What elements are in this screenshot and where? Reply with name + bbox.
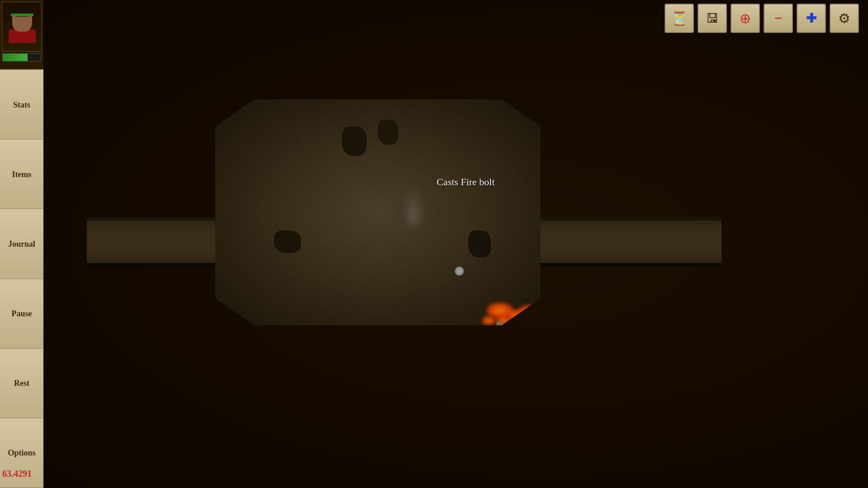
- item-orb: [455, 267, 464, 276]
- gold-value: 63.4291: [2, 469, 32, 479]
- game-viewport[interactable]: Casts Fire bolt: [43, 0, 868, 488]
- sidebar-item-stats[interactable]: Stats: [0, 70, 43, 140]
- save-icon: 🖫: [706, 11, 719, 26]
- health-bar-fill: [3, 54, 28, 61]
- gold-display: 63.4291: [2, 469, 32, 479]
- options-label: Options: [8, 448, 35, 458]
- rest-label: Rest: [14, 379, 29, 388]
- sidebar-item-rest[interactable]: Rest: [0, 349, 43, 418]
- action-text-value: Casts Fire bolt: [437, 176, 495, 188]
- wall-bottom-right: [541, 263, 722, 267]
- toolbar-btn-gear[interactable]: ⚙: [830, 4, 859, 33]
- rock-3: [468, 230, 491, 258]
- toolbar-btn-save[interactable]: 🖫: [698, 4, 727, 33]
- toolbar: ⏳ 🖫 ⊕ − ✚ ⚙: [665, 4, 859, 33]
- sidebar: Stats Items Journal Pause Rest Options 6…: [0, 0, 43, 488]
- char-face: [9, 5, 36, 43]
- combat-text: Casts Fire bolt: [437, 176, 495, 188]
- minus-icon: −: [774, 10, 782, 27]
- stats-label: Stats: [13, 100, 30, 110]
- toolbar-btn-target[interactable]: ⊕: [731, 4, 760, 33]
- gear-icon: ⚙: [838, 10, 850, 26]
- wall-top-right: [541, 217, 722, 221]
- toolbar-btn-plus[interactable]: ✚: [797, 4, 826, 33]
- portrait-area: [0, 0, 43, 70]
- items-label: Items: [12, 170, 32, 179]
- health-bar: [2, 53, 41, 61]
- dungeon-room: [215, 99, 541, 325]
- journal-label: Journal: [8, 239, 35, 249]
- sidebar-item-journal[interactable]: Journal: [0, 209, 43, 279]
- character-portrait: [2, 2, 42, 52]
- target-icon: ⊕: [740, 10, 751, 26]
- toolbar-btn-minus[interactable]: −: [764, 4, 793, 33]
- rock-1: [342, 127, 367, 156]
- plus-icon: ✚: [806, 11, 816, 26]
- char-headband: [11, 14, 33, 16]
- corridor-right: [541, 217, 722, 267]
- rock-2: [378, 120, 398, 145]
- pause-label: Pause: [12, 309, 32, 319]
- sidebar-item-pause[interactable]: Pause: [0, 279, 43, 349]
- sidebar-item-items[interactable]: Items: [0, 140, 43, 209]
- toolbar-btn-hourglass[interactable]: ⏳: [665, 4, 694, 33]
- smoke-2: [407, 185, 420, 226]
- rock-4: [274, 230, 301, 253]
- hourglass-icon: ⏳: [671, 10, 688, 26]
